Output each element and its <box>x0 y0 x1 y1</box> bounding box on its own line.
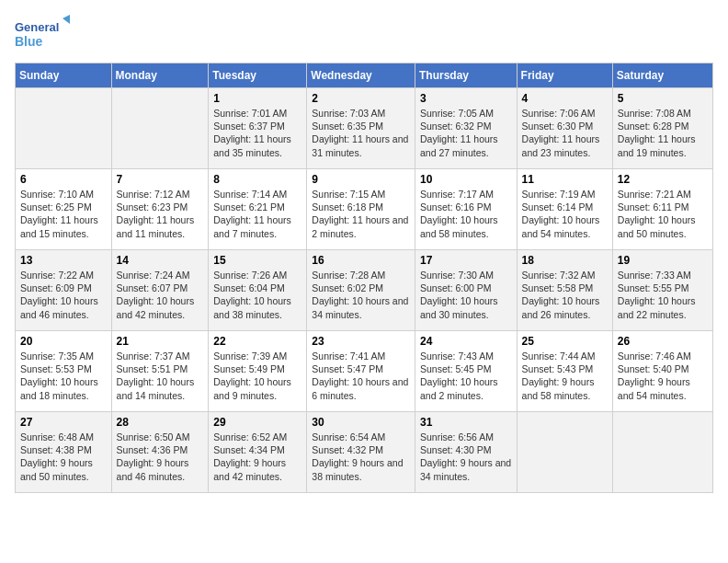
day-cell: 3Sunrise: 7:05 AMSunset: 6:32 PMDaylight… <box>415 88 517 169</box>
svg-text:General: General <box>15 20 59 34</box>
day-cell: 28Sunrise: 6:50 AMSunset: 4:36 PMDayligh… <box>111 412 209 493</box>
day-content: Sunrise: 7:46 AMSunset: 5:40 PMDaylight:… <box>618 350 708 402</box>
day-cell: 8Sunrise: 7:14 AMSunset: 6:21 PMDaylight… <box>209 169 307 250</box>
calendar-table: SundayMondayTuesdayWednesdayThursdayFrid… <box>15 63 713 493</box>
day-content: Sunrise: 7:33 AMSunset: 5:55 PMDaylight:… <box>618 269 708 321</box>
day-cell: 18Sunrise: 7:32 AMSunset: 5:58 PMDayligh… <box>517 250 612 331</box>
day-cell: 12Sunrise: 7:21 AMSunset: 6:11 PMDayligh… <box>612 169 712 250</box>
day-content: Sunrise: 7:22 AMSunset: 6:09 PMDaylight:… <box>20 269 107 321</box>
page-header: General Blue <box>15 15 713 55</box>
day-number: 21 <box>117 335 204 348</box>
day-number: 24 <box>420 335 512 348</box>
day-number: 29 <box>213 416 301 429</box>
day-number: 31 <box>420 416 512 429</box>
day-cell: 25Sunrise: 7:44 AMSunset: 5:43 PMDayligh… <box>517 331 612 412</box>
day-number: 4 <box>522 92 608 105</box>
column-header-saturday: Saturday <box>612 63 712 88</box>
day-cell <box>111 88 209 169</box>
column-header-monday: Monday <box>111 63 209 88</box>
day-cell: 24Sunrise: 7:43 AMSunset: 5:45 PMDayligh… <box>415 331 517 412</box>
day-content: Sunrise: 7:30 AMSunset: 6:00 PMDaylight:… <box>420 269 512 321</box>
day-number: 28 <box>117 416 204 429</box>
day-content: Sunrise: 6:50 AMSunset: 4:36 PMDaylight:… <box>117 431 204 483</box>
day-content: Sunrise: 7:24 AMSunset: 6:07 PMDaylight:… <box>117 269 204 321</box>
day-content: Sunrise: 7:37 AMSunset: 5:51 PMDaylight:… <box>117 350 204 402</box>
day-cell: 10Sunrise: 7:17 AMSunset: 6:16 PMDayligh… <box>415 169 517 250</box>
day-content: Sunrise: 7:06 AMSunset: 6:30 PMDaylight:… <box>522 107 608 159</box>
day-content: Sunrise: 7:01 AMSunset: 6:37 PMDaylight:… <box>213 107 301 159</box>
day-number: 11 <box>522 173 608 186</box>
day-content: Sunrise: 7:08 AMSunset: 6:28 PMDaylight:… <box>618 107 708 159</box>
day-number: 9 <box>312 173 410 186</box>
day-cell <box>517 412 612 493</box>
day-content: Sunrise: 7:39 AMSunset: 5:49 PMDaylight:… <box>213 350 301 402</box>
day-number: 6 <box>20 173 107 186</box>
day-cell: 31Sunrise: 6:56 AMSunset: 4:30 PMDayligh… <box>415 412 517 493</box>
day-content: Sunrise: 6:52 AMSunset: 4:34 PMDaylight:… <box>213 431 301 483</box>
day-content: Sunrise: 7:03 AMSunset: 6:35 PMDaylight:… <box>312 107 410 159</box>
day-content: Sunrise: 7:35 AMSunset: 5:53 PMDaylight:… <box>20 350 107 402</box>
week-row-4: 20Sunrise: 7:35 AMSunset: 5:53 PMDayligh… <box>16 331 713 412</box>
day-number: 2 <box>312 92 410 105</box>
week-row-2: 6Sunrise: 7:10 AMSunset: 6:25 PMDaylight… <box>16 169 713 250</box>
week-row-1: 1Sunrise: 7:01 AMSunset: 6:37 PMDaylight… <box>16 88 713 169</box>
day-cell: 1Sunrise: 7:01 AMSunset: 6:37 PMDaylight… <box>209 88 307 169</box>
day-content: Sunrise: 6:48 AMSunset: 4:38 PMDaylight:… <box>20 431 107 483</box>
week-row-5: 27Sunrise: 6:48 AMSunset: 4:38 PMDayligh… <box>16 412 713 493</box>
day-content: Sunrise: 6:56 AMSunset: 4:30 PMDaylight:… <box>420 431 512 483</box>
day-number: 3 <box>420 92 512 105</box>
day-content: Sunrise: 7:32 AMSunset: 5:58 PMDaylight:… <box>522 269 608 321</box>
column-header-thursday: Thursday <box>415 63 517 88</box>
day-number: 5 <box>618 92 708 105</box>
day-cell: 15Sunrise: 7:26 AMSunset: 6:04 PMDayligh… <box>209 250 307 331</box>
column-header-wednesday: Wednesday <box>307 63 415 88</box>
column-header-friday: Friday <box>517 63 612 88</box>
day-number: 30 <box>312 416 410 429</box>
day-cell: 23Sunrise: 7:41 AMSunset: 5:47 PMDayligh… <box>307 331 415 412</box>
day-cell: 13Sunrise: 7:22 AMSunset: 6:09 PMDayligh… <box>16 250 112 331</box>
day-cell: 26Sunrise: 7:46 AMSunset: 5:40 PMDayligh… <box>612 331 712 412</box>
day-number: 16 <box>312 254 410 267</box>
day-content: Sunrise: 7:19 AMSunset: 6:14 PMDaylight:… <box>522 188 608 240</box>
day-number: 7 <box>117 173 204 186</box>
day-cell: 4Sunrise: 7:06 AMSunset: 6:30 PMDaylight… <box>517 88 612 169</box>
day-content: Sunrise: 7:17 AMSunset: 6:16 PMDaylight:… <box>420 188 512 240</box>
day-number: 19 <box>618 254 708 267</box>
day-number: 8 <box>213 173 301 186</box>
day-number: 15 <box>213 254 301 267</box>
day-number: 10 <box>420 173 512 186</box>
day-content: Sunrise: 7:15 AMSunset: 6:18 PMDaylight:… <box>312 188 410 240</box>
day-content: Sunrise: 7:28 AMSunset: 6:02 PMDaylight:… <box>312 269 410 321</box>
day-number: 13 <box>20 254 107 267</box>
header-row: SundayMondayTuesdayWednesdayThursdayFrid… <box>16 63 713 88</box>
day-cell: 22Sunrise: 7:39 AMSunset: 5:49 PMDayligh… <box>209 331 307 412</box>
day-cell <box>612 412 712 493</box>
day-content: Sunrise: 7:43 AMSunset: 5:45 PMDaylight:… <box>420 350 512 402</box>
day-cell: 6Sunrise: 7:10 AMSunset: 6:25 PMDaylight… <box>16 169 112 250</box>
day-number: 27 <box>20 416 107 429</box>
day-cell: 21Sunrise: 7:37 AMSunset: 5:51 PMDayligh… <box>111 331 209 412</box>
logo: General Blue <box>15 15 70 55</box>
day-number: 20 <box>20 335 107 348</box>
day-cell: 17Sunrise: 7:30 AMSunset: 6:00 PMDayligh… <box>415 250 517 331</box>
day-cell: 5Sunrise: 7:08 AMSunset: 6:28 PMDaylight… <box>612 88 712 169</box>
column-header-tuesday: Tuesday <box>209 63 307 88</box>
day-content: Sunrise: 7:14 AMSunset: 6:21 PMDaylight:… <box>213 188 301 240</box>
day-number: 25 <box>522 335 608 348</box>
day-cell: 27Sunrise: 6:48 AMSunset: 4:38 PMDayligh… <box>16 412 112 493</box>
day-cell: 19Sunrise: 7:33 AMSunset: 5:55 PMDayligh… <box>612 250 712 331</box>
day-number: 14 <box>117 254 204 267</box>
day-content: Sunrise: 7:41 AMSunset: 5:47 PMDaylight:… <box>312 350 410 402</box>
day-number: 18 <box>522 254 608 267</box>
day-cell: 16Sunrise: 7:28 AMSunset: 6:02 PMDayligh… <box>307 250 415 331</box>
day-number: 26 <box>618 335 708 348</box>
day-content: Sunrise: 7:21 AMSunset: 6:11 PMDaylight:… <box>618 188 708 240</box>
day-number: 12 <box>618 173 708 186</box>
day-content: Sunrise: 7:12 AMSunset: 6:23 PMDaylight:… <box>117 188 204 240</box>
day-content: Sunrise: 7:05 AMSunset: 6:32 PMDaylight:… <box>420 107 512 159</box>
day-number: 22 <box>213 335 301 348</box>
svg-text:Blue: Blue <box>15 34 43 49</box>
day-cell: 11Sunrise: 7:19 AMSunset: 6:14 PMDayligh… <box>517 169 612 250</box>
day-cell: 29Sunrise: 6:52 AMSunset: 4:34 PMDayligh… <box>209 412 307 493</box>
logo-svg: General Blue <box>15 15 70 55</box>
